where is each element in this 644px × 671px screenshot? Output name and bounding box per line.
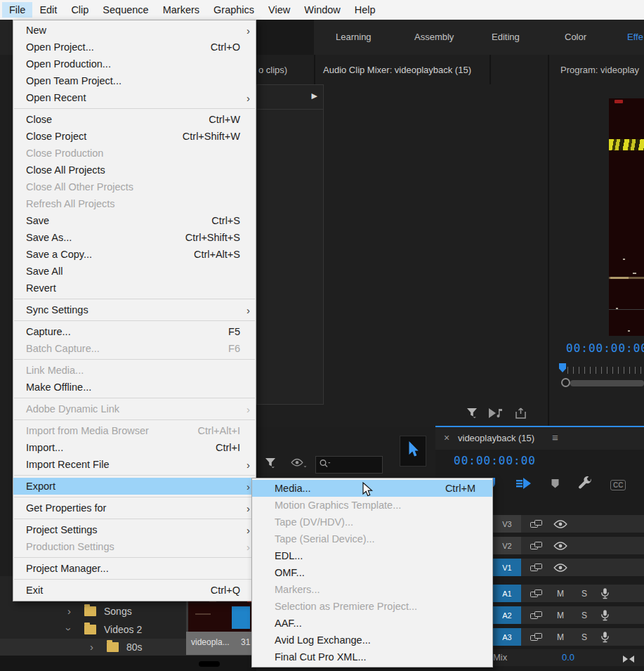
track-label-a1[interactable]: A1 [493,585,521,602]
menu-item-open-team-project[interactable]: Open Team Project... [13,72,256,89]
menu-item-save[interactable]: SaveCtrl+S [13,212,256,229]
menu-item-final-cut-pro-xml[interactable]: Final Cut Pro XML... [252,649,492,665]
menu-item-close-project[interactable]: Close ProjectCtrl+Shift+W [13,128,256,145]
sync-lock-icon[interactable] [530,563,544,573]
mic-icon[interactable] [600,587,610,599]
panel-tab-audio-clip-mixer[interactable]: Audio Clip Mixer: videoplayback (15) [323,65,471,75]
menu-item-close[interactable]: CloseCtrl+W [13,111,256,128]
menu-item-avid-log-exchange[interactable]: Avid Log Exchange... [252,632,492,649]
captions-icon[interactable]: CC [610,480,626,490]
menu-item-close-all-projects[interactable]: Close All Projects [13,162,256,178]
menu-item-new[interactable]: New› [13,22,256,39]
menu-item-revert[interactable]: Revert [13,280,256,297]
track-row-a3[interactable]: A3MS [489,628,644,646]
track-label-v3[interactable]: V3 [493,515,521,533]
track-row-v3[interactable]: V3 [489,515,644,533]
menu-item-capture[interactable]: Capture...F5 [13,323,256,340]
chevron-down-icon[interactable]: › [63,627,75,631]
mute-button[interactable]: M [557,611,564,620]
bin-row-songs[interactable]: ›Songs [0,603,186,620]
project-clip-name[interactable]: videopla... [191,637,230,647]
menu-item-open-production[interactable]: Open Production... [13,56,256,72]
program-scroll-knob[interactable] [561,378,570,387]
play-triangle-icon[interactable]: ▶ [312,91,317,100]
track-label-a3[interactable]: A3 [493,628,521,646]
eye-icon[interactable] [553,519,567,528]
track-row-v2[interactable]: V2 [489,537,644,554]
track-row-a1[interactable]: A1MS [489,585,644,602]
track-label-v2[interactable]: V2 [493,537,521,554]
hamburger-menu-icon[interactable]: ≡ [552,431,558,443]
sync-lock-icon[interactable] [530,589,544,599]
bin-row-80s[interactable]: ›80s [0,639,186,656]
menu-item-save-all[interactable]: Save All [13,263,256,280]
solo-button[interactable]: S [581,611,587,620]
sync-lock-icon[interactable] [530,519,544,529]
menu-item-exit[interactable]: ExitCtrl+Q [13,582,256,599]
menubar-item-sequence[interactable]: Sequence [96,2,155,18]
chevron-right-icon[interactable]: › [67,605,71,617]
menu-item-project-settings[interactable]: Project Settings› [13,521,256,538]
menu-item-import-recent-file[interactable]: Import Recent File› [13,456,256,473]
menubar-item-file[interactable]: File [2,2,32,18]
program-time-ruler[interactable] [567,367,644,374]
track-row-v1[interactable]: V1 [489,559,644,576]
program-scrollbar[interactable] [570,380,644,386]
menubar-item-graphics[interactable]: Graphics [206,2,261,18]
sync-lock-icon[interactable] [530,632,544,642]
menu-item-get-properties-for[interactable]: Get Properties for› [13,500,256,516]
track-label-a2[interactable]: A2 [493,606,521,624]
linked-selection-icon[interactable] [515,476,534,493]
menubar-item-help[interactable]: Help [348,2,383,18]
mix-volume-value[interactable]: 0.0 [562,652,574,663]
chevron-right-icon[interactable]: › [90,641,93,653]
eye-icon[interactable] [553,541,567,550]
workspace-tab-effe[interactable]: Effe [627,32,643,42]
menu-item-make-offline[interactable]: Make Offline... [13,379,256,396]
menubar-item-clip[interactable]: Clip [64,2,96,18]
menu-item-open-recent[interactable]: Open Recent› [13,89,256,106]
menu-item-save-a-copy[interactable]: Save a Copy...Ctrl+Alt+S [13,246,256,263]
solo-button[interactable]: S [581,632,587,642]
play-audio-icon[interactable] [487,407,504,422]
menu-item-open-project[interactable]: Open Project...Ctrl+O [13,39,256,56]
filter-dropdown-icon[interactable] [265,457,276,471]
menubar-item-view[interactable]: View [261,2,297,18]
marker-icon[interactable] [551,478,560,492]
menu-item-save-as[interactable]: Save As...Ctrl+Shift+S [13,229,256,246]
track-label-v1[interactable]: V1 [493,559,521,576]
workspace-tab-editing[interactable]: Editing [492,32,520,42]
menu-item-import[interactable]: Import...Ctrl+I [13,439,256,456]
bin-row-videos-2[interactable]: ›Videos 2 [0,621,186,639]
menu-item-aaf[interactable]: AAF... [252,615,492,632]
mic-icon[interactable] [600,609,610,621]
menu-item-project-manager[interactable]: Project Manager... [13,560,256,577]
workspace-tab-assembly[interactable]: Assembly [414,32,454,42]
wrench-settings-icon[interactable] [577,475,593,495]
mute-button[interactable]: M [557,589,564,599]
selection-tool-button[interactable] [400,436,426,467]
menubar-item-window[interactable]: Window [297,2,348,18]
menu-item-omf[interactable]: OMF... [252,564,492,581]
filter-icon[interactable] [466,408,478,422]
program-timecode[interactable]: 00:00:00:00 [566,341,644,355]
close-icon[interactable]: × [444,432,449,443]
track-row-a2[interactable]: A2MS [489,606,644,624]
sync-lock-icon[interactable] [530,611,544,620]
mic-icon[interactable] [600,631,610,643]
search-input[interactable] [315,456,383,474]
sync-lock-icon[interactable] [530,541,544,551]
menu-item-export[interactable]: Export› [13,478,256,495]
mute-button[interactable]: M [557,632,564,642]
menu-item-edl[interactable]: EDL... [252,547,492,564]
menubar-item-edit[interactable]: Edit [32,2,64,18]
eye-icon[interactable] [553,563,567,572]
timeline-timecode[interactable]: 00:00:00:00 [454,454,536,467]
solo-button[interactable]: S [581,589,587,599]
eye-dropdown-icon[interactable] [291,458,308,471]
panel-tab-audio-clips-partial[interactable]: o clips) [258,65,287,75]
menubar-item-markers[interactable]: Markers [156,2,206,18]
export-frame-icon[interactable] [514,407,528,422]
keyframe-navigator-icon[interactable] [622,653,635,666]
workspace-tab-learning[interactable]: Learning [336,32,372,42]
